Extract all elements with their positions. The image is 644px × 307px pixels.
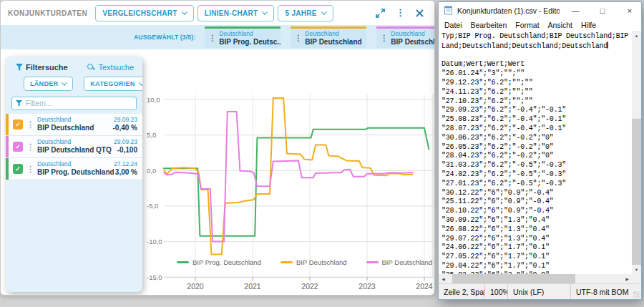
scroll-down-icon[interactable]: ▼ (632, 265, 641, 274)
series-list-item[interactable]: ✓⋮DeutschlandBIP Deutschland QTQ29.09.23… (6, 136, 142, 158)
series-checkbox[interactable]: ✓ (13, 164, 23, 174)
menu-item-ansicht[interactable]: Ansicht (544, 21, 577, 29)
filter-search-tab[interactable]: Filtersuche (16, 63, 68, 72)
series-list-item[interactable]: ✓⋮DeutschlandBIP Prog. Deutschland27.12.… (6, 158, 142, 180)
chart-type-dropdown[interactable]: VERGLEICHSCHART (95, 5, 194, 21)
csv-line: "25.08.23";"6.2";"-0.4";"-0.1" (441, 115, 632, 125)
chip-country-label: Deutschland (219, 31, 280, 38)
expand-icon[interactable] (375, 8, 386, 19)
csv-line: "30.12.22";"6";"0.9";"-0.4" (441, 189, 632, 198)
search-icon (87, 64, 95, 72)
series-name-label: BIP Prog. Deutschland (37, 168, 114, 177)
scroll-right-icon[interactable]: ▶ (623, 274, 632, 283)
minimize-button[interactable]: — (564, 2, 587, 19)
countries-dropdown[interactable]: LÄNDER (24, 77, 73, 91)
chip-country-label: Deutschland (305, 31, 361, 38)
vertical-scrollbar[interactable]: ▲ ▼ (632, 31, 641, 274)
menu-item-hilfe[interactable]: Hilfe (577, 21, 600, 29)
chart-style-dropdown[interactable]: LINIEN-CHART (197, 5, 275, 21)
scroll-up-icon[interactable]: ▲ (632, 31, 641, 40)
csv-line: "30.06.23";"6.2";"-0.2";"0" (441, 134, 632, 143)
chevron-down-icon (262, 9, 268, 14)
sidebar-dropdown-row: LÄNDER KATEGORIEN (6, 77, 142, 91)
chip-series-name: BIP Deutschland (305, 38, 361, 47)
chip-country-label: Deutschland (391, 31, 434, 38)
series-value-label: 3,00 % (115, 168, 137, 177)
series-list-item[interactable]: ✓⋮DeutschlandBIP Deutschland29.09.23-0,4… (6, 114, 142, 136)
kebab-menu-icon[interactable]: ⋮ (396, 9, 405, 16)
desktop: KONJUNKTURDATEN VERGLEICHSCHART LINIEN-C… (0, 0, 644, 307)
legend-label: BIP Deutschland (296, 258, 347, 266)
resize-grip[interactable] (633, 291, 640, 298)
series-country-label: Deutschland (37, 138, 114, 146)
legend-label: BIP Prog. Deutschland (192, 258, 261, 266)
filter-input[interactable] (26, 99, 132, 107)
menu-item-format[interactable]: Format (511, 21, 543, 29)
kebab-menu-icon[interactable]: ⋮ (26, 122, 34, 128)
csv-line: "26.05.23";"6.2";"-0.2";"0" (441, 143, 632, 152)
series-checkbox[interactable]: ✓ (13, 142, 23, 152)
series-name-label: BIP Deutschland QTQ (37, 146, 114, 155)
series-meta: 29.09.23-0,100 (114, 138, 142, 155)
csv-line: "27.05.22";"6";"1.7";"0.1" (441, 253, 632, 262)
vertical-scroll-thumb[interactable] (632, 119, 641, 265)
chip-texts: DeutschlandBIP Prog. Deutsc... (219, 31, 280, 46)
close-icon[interactable] (415, 9, 424, 18)
text-search-tab[interactable]: Textsuche (87, 63, 134, 72)
notepad-window: Konjunkturdaten (1).csv - Editor — □ × D… (438, 1, 642, 300)
y-tick-label: -5,0 (147, 202, 158, 210)
menu-item-datei[interactable]: Datei (440, 21, 467, 29)
horizontal-scroll-track[interactable] (448, 274, 623, 283)
x-tick-label: 2023 (358, 282, 376, 291)
horizontal-scrollbar[interactable]: ◀ ▶ (439, 274, 641, 283)
csv-text-content[interactable]: Typ;BIP Prog. Deutschland;BIP Deutschlan… (439, 31, 632, 274)
filter-funnel-icon (16, 100, 22, 107)
kebab-menu-icon[interactable]: ⋮ (208, 35, 216, 42)
chevron-down-icon (181, 9, 187, 14)
series-list: ✓⋮DeutschlandBIP Deutschland29.09.23-0,4… (6, 114, 142, 180)
horizontal-scroll-thumb[interactable] (452, 274, 575, 283)
series-color-bar (6, 158, 9, 180)
selected-series-chip[interactable]: ⋮DeutschlandBIP Deutschland (291, 26, 366, 48)
chart-style-dropdown-label: LINIEN-CHART (205, 9, 258, 17)
series-checkbox[interactable]: ✓ (13, 120, 23, 130)
kebab-menu-icon[interactable]: ⋮ (26, 144, 34, 150)
scroll-left-icon[interactable]: ◀ (439, 274, 448, 283)
filter-funnel-icon (16, 64, 23, 71)
filter-input-wrap (11, 97, 137, 110)
time-range-dropdown[interactable]: 5 JAHRE (278, 5, 333, 21)
kebab-menu-icon[interactable]: ⋮ (294, 35, 302, 42)
legend-item: BIP Deutschland (280, 258, 347, 266)
series-color-bar (6, 136, 9, 157)
series-date-label: 29.09.23 (114, 138, 137, 146)
chevron-down-icon (321, 9, 327, 14)
csv-line: "24.11.23";"6.2";"";"" (441, 88, 632, 97)
chart-line-bip-deutschland (164, 98, 413, 255)
categories-dropdown[interactable]: KATEGORIEN (84, 77, 142, 91)
chip-series-name: BIP Deutschland ... (391, 38, 434, 47)
kebab-menu-icon[interactable]: ⋮ (26, 166, 34, 172)
csv-line: "27.01.23";"6.2";"-0.5";"-0.3" (441, 180, 632, 189)
kebab-menu-icon[interactable]: ⋮ (380, 35, 388, 42)
series-date-label: 27.12.24 (114, 160, 137, 168)
y-tick-label: 10,0 (147, 96, 160, 104)
selected-series-chip[interactable]: ⋮DeutschlandBIP Deutschland ... (376, 26, 434, 48)
sidebar-header: Filtersuche Textsuche (6, 57, 142, 77)
selected-series-bar: AUSGEWÄHLT (3/5): ⋮DeutschlandBIP Prog. … (1, 25, 434, 49)
x-tick-label: 2022 (301, 282, 318, 291)
x-tick-label: 2021 (244, 282, 261, 291)
menu-item-bearbeiten[interactable]: Bearbeiten (467, 21, 512, 29)
notepad-menubar: DateiBearbeitenFormatAnsichtHilfe (439, 19, 641, 31)
close-button[interactable]: × (618, 2, 641, 19)
csv-line: "31.03.23";"6.2";"-0.5";"-0.3" (441, 161, 632, 170)
maximize-button[interactable]: □ (591, 2, 614, 19)
selected-count-label: AUSGEWÄHLT (3/5): (134, 34, 195, 41)
selected-series-chip[interactable]: ⋮DeutschlandBIP Prog. Deutsc... (205, 26, 280, 48)
csv-line: "25.11.22";"6";"0.9";"-0.4" (441, 198, 632, 207)
status-segment: Unix (LF) (507, 284, 570, 299)
categories-dropdown-label: KATEGORIEN (90, 80, 135, 87)
csv-line: "24.06.22";"6";"1.7";"0.1" (441, 243, 632, 253)
csv-line: Typ;BIP Prog. Deutschland;BIP Deutschlan… (441, 32, 632, 42)
notepad-titlebar[interactable]: Konjunkturdaten (1).csv - Editor — □ × (439, 2, 641, 19)
csv-line (441, 52, 632, 61)
